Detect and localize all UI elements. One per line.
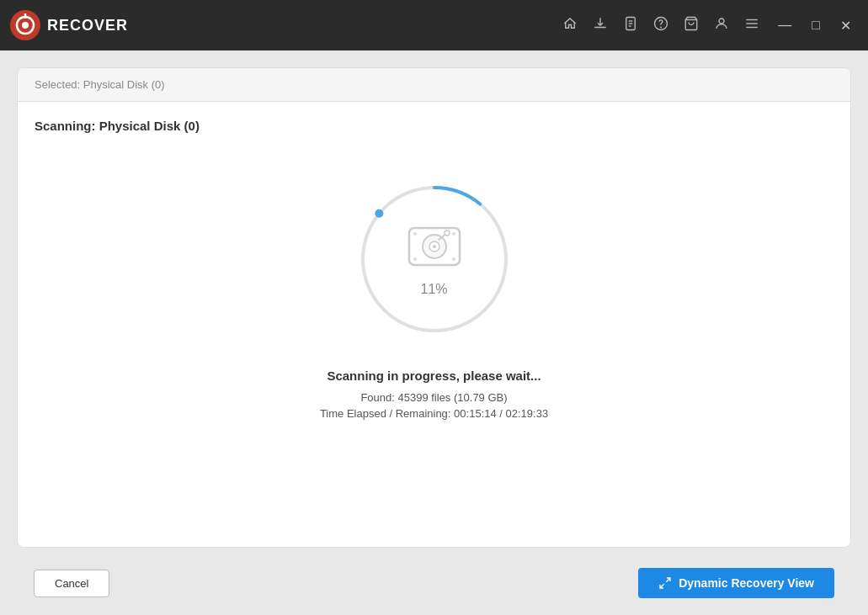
card-header: Selected: Physical Disk (0) <box>18 68 850 102</box>
maximize-button[interactable]: □ <box>805 14 827 36</box>
svg-point-9 <box>661 27 662 28</box>
svg-point-21 <box>413 232 417 236</box>
close-button[interactable]: ✕ <box>833 14 858 37</box>
found-text: Found: 45399 files (10.79 GB) <box>360 391 507 404</box>
scan-card: Selected: Physical Disk (0) Scanning: Ph… <box>17 67 851 548</box>
scan-title: Scanning: Physical Disk (0) <box>35 119 833 133</box>
svg-point-20 <box>445 231 450 236</box>
download-icon[interactable] <box>593 16 608 34</box>
dynamic-recovery-button[interactable]: Dynamic Recovery View <box>638 568 834 598</box>
main-content: Selected: Physical Disk (0) Scanning: Ph… <box>0 50 868 615</box>
user-icon[interactable] <box>714 16 729 34</box>
expand-icon <box>658 576 672 590</box>
app-name: RECOVER <box>47 17 128 34</box>
time-text: Time Elapsed / Remaining: 00:15:14 / 02:… <box>320 407 548 420</box>
svg-point-22 <box>452 232 455 236</box>
svg-point-24 <box>452 257 455 261</box>
app-logo <box>10 10 40 40</box>
cart-icon[interactable] <box>684 16 699 34</box>
svg-point-18 <box>433 245 436 248</box>
svg-point-11 <box>719 19 724 24</box>
svg-point-2 <box>22 22 29 29</box>
home-icon[interactable] <box>562 16 578 34</box>
status-text: Scanning in progress, please wait... <box>327 368 541 383</box>
hdd-icon <box>405 221 464 272</box>
help-icon[interactable] <box>653 16 668 34</box>
minimize-button[interactable]: — <box>771 14 798 36</box>
menu-icon[interactable] <box>744 16 759 34</box>
titlebar-icons <box>562 16 759 34</box>
window-controls: — □ ✕ <box>771 14 858 37</box>
bottom-bar: Cancel Dynamic Recovery View <box>17 554 851 598</box>
titlebar: RECOVER <box>0 0 868 50</box>
dynamic-recovery-label: Dynamic Recovery View <box>679 576 814 590</box>
progress-inner: 11% <box>405 221 464 297</box>
svg-point-23 <box>413 257 417 261</box>
progress-percent: 11% <box>420 282 447 297</box>
cancel-button[interactable]: Cancel <box>34 570 109 597</box>
progress-container: 11% <box>350 175 519 343</box>
file-icon[interactable] <box>623 16 638 34</box>
app-branding: RECOVER <box>10 10 128 40</box>
card-body: Scanning: Physical Disk (0) <box>18 102 850 547</box>
